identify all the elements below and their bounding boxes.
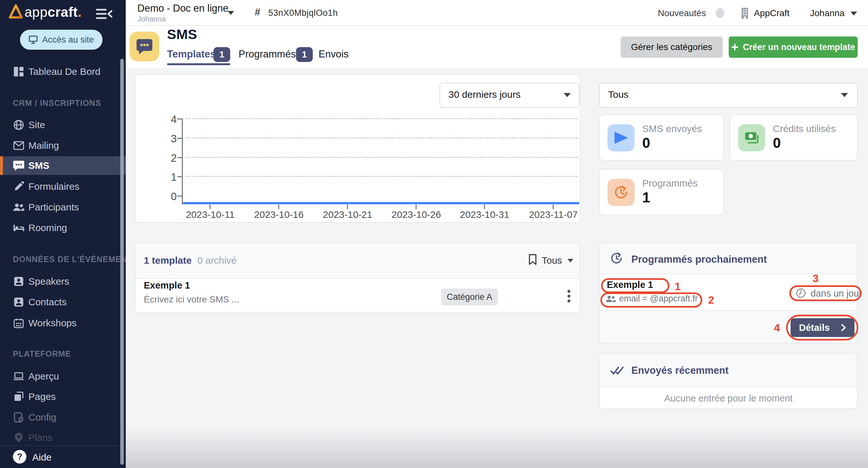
templates-filter-value[interactable]: Tous: [542, 255, 562, 266]
collapse-sidebar-icon[interactable]: [95, 8, 114, 20]
templates-archived-count[interactable]: 0 archivé: [197, 255, 237, 266]
x-tick-label: 2023-10-11: [175, 209, 246, 220]
manage-categories-button[interactable]: Gérer les catégories: [621, 36, 722, 58]
category-select[interactable]: [599, 83, 858, 108]
sidebar-section-event-data: DONNÉES DE L'ÉVÉNEMENT: [13, 255, 132, 264]
template-row-preview: Écrivez ici votre SMS ...: [144, 294, 239, 305]
sidebar-item-formulaires[interactable]: Formulaires: [0, 177, 126, 196]
sidebar-item-contacts[interactable]: Contacts: [0, 293, 126, 312]
brand-dot: .: [78, 4, 82, 20]
send-icon: [608, 124, 634, 151]
organization-label[interactable]: AppCraft: [754, 8, 789, 19]
template-row-menu-icon[interactable]: [567, 288, 570, 304]
sidebar-item-site[interactable]: Site: [0, 116, 126, 134]
gridline: [186, 157, 578, 158]
sidebar-item-mailing[interactable]: Mailing: [0, 136, 126, 155]
stat-label: Programmés: [642, 178, 698, 189]
sidebar-item-label: Pages: [28, 391, 56, 402]
gridline: [186, 118, 578, 119]
create-template-label: Créer un nouveau template: [743, 42, 855, 52]
user-menu-label[interactable]: Johanna: [810, 8, 844, 19]
y-tick-label: 0: [162, 191, 177, 203]
sidebar-item-label: Plans: [28, 432, 53, 443]
help-glyph: ?: [17, 452, 23, 462]
templates-count: 1 template: [144, 255, 191, 266]
x-axis-tick: [553, 205, 554, 209]
brand-wordmark: appcraft.: [25, 4, 82, 20]
bed-icon: [13, 222, 25, 234]
user-menu-caret-icon[interactable]: [850, 11, 857, 16]
tab-templates[interactable]: Templates: [167, 49, 216, 60]
tab-programmes-count-badge[interactable]: 1: [296, 47, 313, 62]
sidebar-item-label: Mailing: [28, 140, 59, 151]
sidebar-section-crm: CRM / INSCRIPTIONS: [13, 98, 101, 108]
sidebar-item-dashboard[interactable]: Tableau De Bord: [0, 62, 126, 81]
credits-icon: [738, 124, 765, 151]
sidebar-item-config[interactable]: Config: [0, 408, 126, 427]
sms-icon: [13, 160, 25, 171]
access-site-button[interactable]: Accès au site: [20, 30, 102, 50]
tab-envois[interactable]: Envois: [318, 49, 348, 60]
sidebar-item-label: Participants: [28, 202, 79, 213]
x-axis-tick: [415, 205, 416, 209]
stat-value: 1: [642, 189, 650, 206]
pencil-icon: [13, 181, 25, 193]
period-select-value: 30 derniers jours: [448, 89, 520, 100]
tab-templates-count-badge[interactable]: 1: [213, 47, 230, 62]
event-switcher-caret-icon[interactable]: [228, 11, 234, 15]
clock-icon: [796, 288, 806, 298]
scheduled-row-title[interactable]: Exemple 1: [607, 280, 653, 290]
stat-label: SMS envoyés: [642, 123, 702, 134]
sidebar-item-apercu[interactable]: Aperçu: [0, 367, 126, 386]
organization-icon: [740, 7, 750, 19]
x-tick-label: 2023-10-21: [312, 209, 383, 220]
chevron-right-icon: [841, 324, 846, 331]
event-subtitle: Johanna: [137, 15, 166, 24]
sidebar-item-label: Config: [28, 412, 56, 423]
x-tick-label: 2023-10-26: [381, 209, 452, 220]
sidebar-scrollbar[interactable]: [120, 59, 124, 465]
y-tick-label: 3: [162, 133, 177, 145]
x-tick-label: 2023-11-07: [518, 209, 589, 220]
template-row-title[interactable]: Exemple 1: [144, 280, 190, 291]
calendar-icon: [13, 317, 25, 329]
x-axis-tick: [484, 205, 485, 209]
bottom-shade: [126, 426, 868, 468]
pages-icon: [13, 391, 25, 403]
x-tick-label: 2023-10-16: [243, 209, 314, 220]
x-axis-tick: [278, 205, 279, 209]
sidebar-section-platform: PLATEFORME: [13, 349, 71, 358]
sidebar-item-participants[interactable]: Participants: [0, 198, 126, 216]
tab-programmes[interactable]: Programmés: [239, 49, 296, 60]
access-site-label: Accès au site: [42, 35, 94, 45]
create-template-button[interactable]: + Créer un nouveau template: [729, 36, 858, 58]
event-id[interactable]: 53nX0MbjqlOo1h: [268, 8, 338, 18]
y-tick-label: 4: [162, 113, 177, 125]
double-check-icon: [610, 365, 624, 376]
sidebar-item-sms[interactable]: SMS: [0, 156, 126, 175]
sidebar-item-aide[interactable]: ? Aide: [0, 448, 126, 467]
details-button[interactable]: Détails: [790, 318, 855, 337]
annotation-number-3: 3: [812, 272, 819, 285]
bookmark-icon[interactable]: [528, 254, 537, 265]
category-select-caret-icon: [841, 93, 848, 97]
sidebar-item-pages[interactable]: Pages: [0, 387, 126, 406]
sidebar-item-rooming[interactable]: Rooming: [0, 218, 126, 237]
person-badge-icon: [13, 296, 25, 308]
scheduled-icon: [608, 179, 634, 206]
annotation-number-2: 2: [708, 294, 714, 306]
recently-sent-divider: [600, 387, 857, 387]
sidebar-item-speakers[interactable]: Speakers: [0, 272, 126, 291]
sidebar-item-workshops[interactable]: Workshops: [0, 314, 126, 332]
sidebar-item-label: Aide: [32, 452, 52, 463]
templates-filter-caret-icon[interactable]: [567, 259, 573, 262]
map-pin-icon: [13, 432, 25, 443]
sidebar-item-plans[interactable]: Plans: [0, 428, 126, 447]
y-tick-label: 2: [162, 152, 177, 164]
category-badge: Catégorie A: [441, 289, 498, 305]
news-link[interactable]: Nouveautés: [658, 8, 706, 19]
sidebar-item-label: Speakers: [28, 276, 69, 287]
sidebar-item-label: SMS: [28, 160, 49, 171]
gridline: [186, 176, 578, 177]
help-icon: ?: [13, 450, 26, 464]
